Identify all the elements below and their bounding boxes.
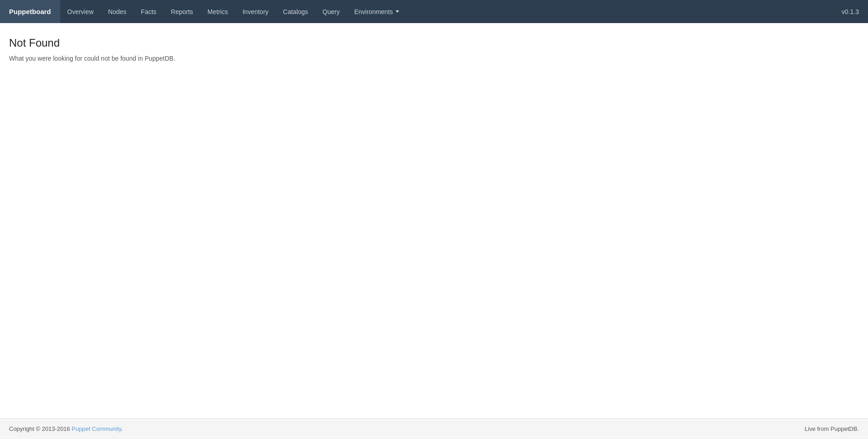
footer: Copyright © 2013-2016 Puppet Community. … bbox=[0, 418, 868, 439]
copyright-suffix: . bbox=[121, 425, 123, 432]
nav-nodes[interactable]: Nodes bbox=[101, 0, 134, 23]
environments-label: Environments bbox=[354, 8, 393, 15]
main-content: Not Found What you were looking for coul… bbox=[0, 23, 868, 418]
navbar: Puppetboard Overview Nodes Facts Reports… bbox=[0, 0, 868, 23]
puppet-community-link[interactable]: Puppet Community bbox=[72, 425, 121, 432]
not-found-title: Not Found bbox=[9, 37, 859, 49]
nav-version: v0.1.3 bbox=[833, 0, 868, 23]
not-found-message: What you were looking for could not be f… bbox=[9, 55, 859, 62]
nav-query[interactable]: Query bbox=[315, 0, 347, 23]
nav-environments[interactable]: Environments bbox=[347, 0, 407, 23]
nav-metrics[interactable]: Metrics bbox=[200, 0, 235, 23]
nav-brand[interactable]: Puppetboard bbox=[0, 0, 60, 23]
nav-catalogs[interactable]: Catalogs bbox=[276, 0, 315, 23]
nav-facts[interactable]: Facts bbox=[134, 0, 163, 23]
footer-copyright: Copyright © 2013-2016 Puppet Community. bbox=[9, 425, 123, 432]
copyright-prefix: Copyright © 2013-2016 bbox=[9, 425, 72, 432]
nav-inventory[interactable]: Inventory bbox=[235, 0, 276, 23]
nav-reports[interactable]: Reports bbox=[164, 0, 200, 23]
nav-overview[interactable]: Overview bbox=[60, 0, 101, 23]
chevron-down-icon bbox=[396, 10, 399, 13]
footer-live-text: Live from PuppetDB. bbox=[805, 425, 859, 432]
